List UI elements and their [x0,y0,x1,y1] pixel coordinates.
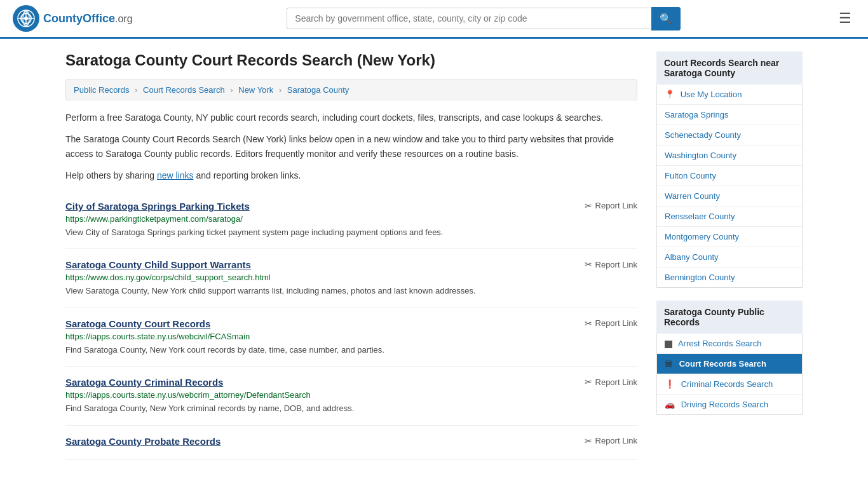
location-icon: 📍 [665,90,675,99]
sidebar-item-use-my-location[interactable]: 📍 Use My Location [657,85,802,105]
search-icon: 🔍 [660,13,672,24]
report-icon: ✂ [585,201,592,211]
sidebar-item-bennington-county[interactable]: Bennington County [657,268,802,287]
sidebar-public-records-list: Arrest Records Search 🏛 Court Records Se… [656,334,803,415]
sidebar-item-albany-county[interactable]: Albany County [657,247,802,268]
result-header: Saratoga County Court Records ✂ Report L… [65,318,637,329]
breadcrumb-court-records[interactable]: Court Records Search [143,85,225,95]
result-item: City of Saratoga Springs Parking Tickets… [65,191,637,250]
sidebar-item-arrest-records[interactable]: Arrest Records Search [657,334,802,354]
breadcrumb-sep-1: › [135,85,137,95]
logo-text: CountyOffice.org [43,12,133,25]
result-desc: Find Saratoga County, New York criminal … [65,402,637,415]
sidebar-item-warren-county[interactable]: Warren County [657,186,802,207]
result-header: City of Saratoga Springs Parking Tickets… [65,201,637,212]
logo-org: .org [115,13,133,24]
description-p2: The Saratoga County Court Records Search… [65,132,637,161]
sidebar-public-records-section: Saratoga County Public Records Arrest Re… [656,301,803,415]
search-button[interactable]: 🔍 [651,7,681,30]
report-icon: ✂ [585,259,592,269]
sidebar-item-criminal-records[interactable]: ❗ Criminal Records Search [657,374,802,395]
result-title[interactable]: City of Saratoga Springs Parking Tickets [65,201,250,212]
breadcrumb-new-york[interactable]: New York [238,85,273,95]
hamburger-icon: ☰ [839,10,851,26]
breadcrumb-saratoga-county[interactable]: Saratoga County [287,85,349,95]
content-area: Saratoga County Court Records Search (Ne… [65,51,637,460]
description-p3: Help others by sharing new links and rep… [65,168,637,182]
result-url: https://iapps.courts.state.ny.us/webcivi… [65,332,637,341]
court-records-icon: 🏛 [665,359,673,369]
result-header: Saratoga County Probate Records ✂ Report… [65,436,637,447]
result-title[interactable]: Saratoga County Court Records [65,318,210,329]
page-title: Saratoga County Court Records Search (Ne… [65,51,637,69]
report-link[interactable]: ✂ Report Link [585,377,637,387]
sidebar-nearby-header: Court Records Search near Saratoga Count… [656,51,803,85]
new-links-link[interactable]: new links [157,170,194,180]
result-item: Saratoga County Probate Records ✂ Report… [65,426,637,460]
breadcrumb-public-records[interactable]: Public Records [74,85,129,95]
breadcrumb-sep-2: › [230,85,233,95]
result-desc: View City of Saratoga Springs parking ti… [65,226,637,239]
result-title[interactable]: Saratoga County Child Support Warrants [65,259,251,270]
result-url: https://iapps.courts.state.ny.us/webcrim… [65,390,637,400]
breadcrumb: Public Records › Court Records Search › … [65,79,637,100]
description-p1: Perform a free Saratoga County, NY publi… [65,111,637,125]
sidebar: Court Records Search near Saratoga Count… [656,51,803,460]
result-item: Saratoga County Court Records ✂ Report L… [65,308,637,367]
result-url: https://www.dos.ny.gov/corps/child_suppo… [65,273,637,282]
svg-point-5 [24,17,28,20]
search-input[interactable] [287,8,651,29]
sidebar-item-driving-records[interactable]: 🚗 Driving Records Search [657,395,802,414]
driving-records-icon: 🚗 [665,400,675,409]
report-link[interactable]: ✂ Report Link [585,436,637,446]
result-desc: Find Saratoga County, New York court rec… [65,344,637,356]
sidebar-public-records-header: Saratoga County Public Records [656,301,803,334]
sidebar-item-saratoga-springs[interactable]: Saratoga Springs [657,105,802,125]
result-item: Saratoga County Criminal Records ✂ Repor… [65,367,637,426]
result-header: Saratoga County Criminal Records ✂ Repor… [65,377,637,388]
sidebar-nearby-list: 📍 Use My Location Saratoga Springs Schen… [656,85,803,288]
result-url: https://www.parkingticketpayment.com/sar… [65,214,637,224]
result-desc: View Saratoga County, New York child sup… [65,285,637,297]
report-link[interactable]: ✂ Report Link [585,318,637,329]
sidebar-item-schenectady-county[interactable]: Schenectady County [657,125,802,146]
result-header: Saratoga County Child Support Warrants ✂… [65,259,637,270]
criminal-records-icon: ❗ [665,379,675,389]
result-title[interactable]: Saratoga County Criminal Records [65,377,223,388]
breadcrumb-sep-3: › [279,85,281,95]
main-container: Saratoga County Court Records Search (Ne… [53,39,815,473]
logo-area: CountyOffice.org [13,5,133,32]
report-icon: ✂ [585,436,592,446]
sidebar-item-montgomery-county[interactable]: Montgomery County [657,227,802,247]
report-icon: ✂ [585,318,592,329]
logo-county-office: CountyOffice [43,12,115,25]
arrest-records-icon [665,341,672,348]
sidebar-item-court-records[interactable]: 🏛 Court Records Search [657,354,802,374]
sidebar-item-washington-county[interactable]: Washington County [657,146,802,166]
search-bar-area: 🔍 [287,7,681,30]
sidebar-item-rensselaer-county[interactable]: Rensselaer County [657,207,802,227]
result-item: Saratoga County Child Support Warrants ✂… [65,249,637,308]
report-link[interactable]: ✂ Report Link [585,259,637,269]
sidebar-nearby-section: Court Records Search near Saratoga Count… [656,51,803,288]
logo-icon [13,5,39,32]
sidebar-item-fulton-county[interactable]: Fulton County [657,166,802,186]
header: CountyOffice.org 🔍 ☰ [0,0,868,39]
report-link[interactable]: ✂ Report Link [585,201,637,211]
result-title[interactable]: Saratoga County Probate Records [65,436,220,447]
report-icon: ✂ [585,377,592,387]
hamburger-menu-button[interactable]: ☰ [835,6,855,30]
